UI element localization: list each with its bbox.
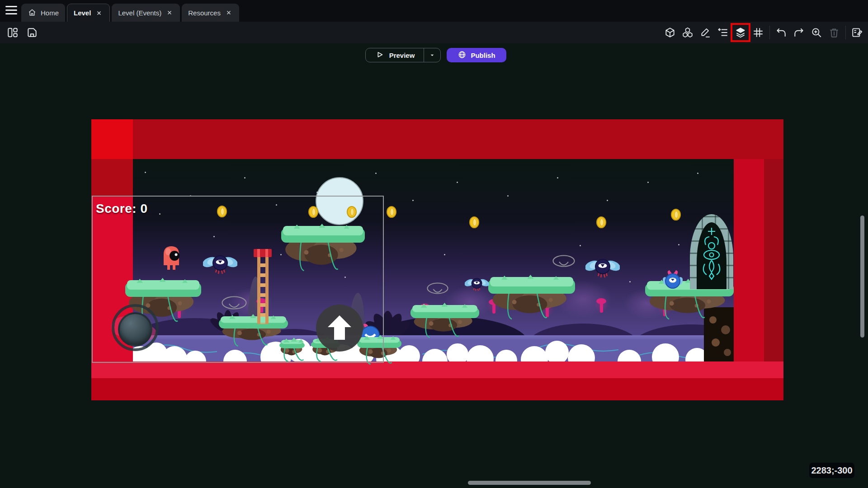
close-icon[interactable] [225, 9, 233, 17]
pencil-icon[interactable] [699, 26, 712, 39]
tab-home[interactable]: Home [21, 4, 65, 22]
bat-enemy[interactable] [585, 256, 620, 280]
separator [845, 26, 846, 39]
star [557, 177, 558, 178]
undo-icon[interactable] [775, 26, 788, 39]
star [412, 200, 414, 201]
platform[interactable] [410, 305, 479, 339]
star [375, 173, 377, 174]
project-panels-icon[interactable] [6, 26, 19, 39]
cloud-puff [545, 341, 569, 364]
close-icon[interactable] [165, 9, 174, 17]
coin[interactable] [386, 206, 397, 218]
grid-icon[interactable] [752, 26, 764, 39]
object-cube-icon[interactable] [664, 26, 676, 39]
close-icon[interactable] [95, 9, 103, 17]
level-boundary-wall[interactable] [91, 159, 133, 196]
star [697, 173, 698, 174]
star [457, 182, 458, 183]
coin[interactable] [469, 216, 480, 228]
preview-dropdown-button[interactable] [424, 52, 440, 59]
preview-button[interactable]: Preview [365, 48, 441, 62]
hamburger-menu-icon[interactable] [5, 6, 17, 16]
level-boundary-wall[interactable] [91, 119, 783, 159]
star [507, 195, 509, 197]
tab-resources[interactable]: Resources [182, 4, 239, 22]
vertical-scrollbar[interactable] [860, 216, 864, 338]
star [244, 177, 245, 178]
tab-label: Level [74, 9, 91, 17]
separator [769, 26, 770, 39]
publish-label: Publish [471, 52, 495, 59]
horizontal-scrollbar[interactable] [468, 481, 591, 485]
joystick-knob[interactable] [118, 312, 152, 347]
tab-bar: Home Level Level (Events) Resources [0, 0, 868, 22]
level-boundary-wall[interactable] [91, 119, 133, 159]
tab-level-events[interactable]: Level (Events) [112, 4, 180, 22]
zoom-in-icon[interactable] [810, 26, 823, 39]
trash-icon [828, 26, 840, 39]
coin[interactable] [596, 216, 607, 228]
tab-label: Home [41, 9, 59, 17]
level-scene: Score: 0 [0, 0, 868, 488]
tab-strip: Home Level Level (Events) Resources [21, 4, 241, 22]
instances-list-icon[interactable] [717, 26, 729, 39]
star [678, 244, 679, 245]
star [145, 172, 146, 173]
toolbar: Preview Publish [0, 22, 868, 43]
portal-inner [697, 222, 726, 289]
level-boundary-wall[interactable] [91, 361, 783, 378]
star [444, 254, 445, 255]
star [580, 245, 581, 246]
score-text: Score: 0 [96, 202, 148, 216]
tab-label: Resources [188, 9, 221, 17]
publish-button[interactable]: Publish [447, 48, 506, 62]
asset-store-icon[interactable] [681, 26, 694, 39]
play-icon [375, 50, 385, 61]
cursor-coordinates: 2283;-300 [809, 463, 854, 478]
highlight-box [731, 23, 750, 42]
horned-enemy[interactable] [663, 270, 683, 289]
star [629, 281, 631, 282]
save-icon[interactable] [26, 26, 38, 39]
coin[interactable] [670, 209, 681, 221]
mushroom-cap [596, 298, 606, 304]
platform[interactable] [488, 277, 575, 321]
level-boundary-wall[interactable] [764, 159, 783, 361]
star [647, 182, 649, 183]
jump-button[interactable] [316, 305, 363, 352]
star [607, 200, 608, 201]
eye-decoration [552, 255, 575, 267]
redo-icon[interactable] [793, 26, 805, 39]
tab-label: Level (Events) [118, 9, 161, 17]
star [316, 192, 318, 193]
level-boundary-wall[interactable] [91, 378, 783, 400]
globe-icon [458, 50, 467, 61]
eye-decoration [427, 282, 448, 294]
tab-level[interactable]: Level [67, 4, 110, 22]
bat-enemy[interactable] [465, 276, 489, 292]
edit-scene-icon[interactable] [851, 26, 863, 39]
preview-label: Preview [389, 52, 415, 59]
home-icon [28, 8, 37, 17]
